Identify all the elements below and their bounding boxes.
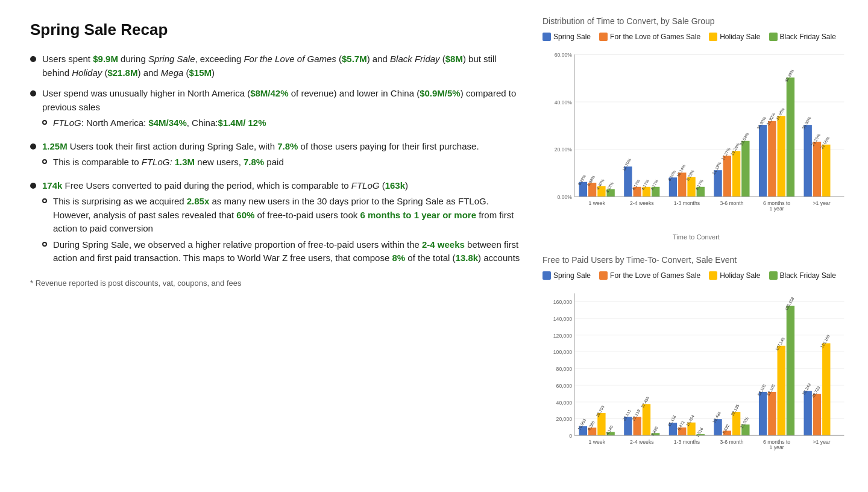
svg-rect-30 [813,142,821,197]
chart2-legend: Spring SaleFor the Love of Games SaleHol… [542,270,850,281]
sub-dot [42,120,47,125]
svg-text:6 months to: 6 months to [763,200,790,206]
svg-text:3-6 month: 3-6 month [720,439,743,445]
sub-item: FTLoG: North America: $4M/34%, China:$1.… [42,116,524,130]
bullet-list: Users spent $9.9M during Spring Sale, ex… [30,52,524,268]
svg-text:6 months to: 6 months to [763,439,790,445]
svg-rect-38 [732,151,740,197]
svg-rect-102 [768,392,776,435]
sub-text: This is surprising as we acquired 2.85x … [53,195,524,236]
legend-item: Black Friday Sale [769,270,836,281]
legend-item: Spring Sale [542,270,591,281]
sub-dot [42,198,47,203]
sub-item: This is comparable to FTLoG: 1.3M new us… [42,156,479,169]
legend-label: For the Love of Games Sale [610,31,700,42]
bullet-content: User spend was unusually higher in North… [42,87,524,133]
chart2-title: Free to Paid Users by Time-To- Convert, … [542,254,850,266]
sub-text: FTLoG: North America: $4M/34%, China:$1.… [53,116,266,130]
svg-rect-126 [787,306,794,435]
svg-text:0: 0 [569,433,572,439]
svg-text:1,516: 1,516 [695,427,704,438]
sub-dot [42,159,47,164]
sub-item: During Spring Sale, we observed a higher… [42,238,524,265]
svg-text:60,000: 60,000 [556,383,573,389]
svg-text:40.00%: 40.00% [555,99,573,106]
svg-text:120,000: 120,000 [553,333,572,339]
svg-text:60.00%: 60.00% [555,52,573,58]
chart1-section: Distribution of Time to Convert, by Sale… [542,15,850,242]
bullet-dot [30,183,36,189]
svg-text:20.00%: 20.00% [555,147,573,153]
chart1-title: Distribution of Time to Convert, by Sale… [542,15,850,28]
sub-item: This is surprising as we acquired 2.85x … [42,195,524,236]
svg-rect-116 [822,344,830,436]
legend-item: Holiday Sale [709,31,760,42]
legend-color [709,33,717,41]
svg-text:2-4 weeks: 2-4 weeks [630,439,654,445]
legend-label: Spring Sale [553,270,591,281]
bullet-item-b1: Users spent $9.9M during Spring Sale, ex… [30,52,524,80]
svg-rect-52 [787,78,794,197]
svg-text:40,000: 40,000 [556,400,573,406]
legend-color [599,271,608,280]
legend-item: Holiday Sale [709,270,760,281]
svg-rect-42 [822,145,830,197]
chart1-legend: Spring SaleFor the Love of Games SaleHol… [542,31,850,42]
sub-list: FTLoG: North America: $4M/34%, China:$1.… [42,116,524,130]
legend-color [769,33,778,41]
footnote: * Revenue reported is post discounts, va… [30,277,524,289]
sub-list: This is comparable to FTLoG: 1.3M new us… [42,156,479,169]
chart1-axis-label: Time to Convert [542,232,850,242]
svg-text:160,000: 160,000 [553,299,572,305]
svg-rect-16 [759,125,767,197]
svg-text:1 week: 1 week [589,200,606,206]
chart1-container: 0.00%20.00%40.00%60.00%6.22%12.70%8.10%1… [542,46,850,230]
svg-text:3-6 month: 3-6 month [720,200,743,206]
bullet-content: Users spent $9.9M during Spring Sale, ex… [42,52,524,80]
svg-text:>1 year: >1 year [813,439,831,445]
svg-rect-114 [778,346,785,436]
svg-rect-50 [741,141,749,197]
sub-list: This is surprising as we acquired 2.85x … [42,195,524,265]
bullet-content: 174k Free Users converted to paid during… [42,179,524,268]
bullet-text: User spend was unusually higher in North… [42,88,516,112]
svg-text:80,000: 80,000 [556,366,573,372]
svg-text:20,000: 20,000 [556,417,573,423]
bullet-dot [30,56,36,62]
svg-text:140,000: 140,000 [553,316,572,322]
legend-label: Black Friday Sale [780,270,836,281]
svg-text:2-4 weeks: 2-4 weeks [630,200,654,206]
svg-rect-104 [813,394,821,435]
bullet-text: Users spent $9.9M during Spring Sale, ex… [42,54,497,78]
bullet-text: 1.25M Users took their first action duri… [42,141,479,151]
legend-label: Black Friday Sale [780,31,836,42]
bullet-item-b3: 1.25M Users took their first action duri… [30,140,524,172]
svg-rect-26 [723,156,731,197]
svg-text:1 year: 1 year [770,445,784,451]
chart2-container: 020,00040,00060,00080,000100,000120,0001… [542,285,850,468]
svg-text:100,000: 100,000 [553,350,572,356]
legend-label: Holiday Sale [720,31,760,42]
bullet-dot [30,90,36,96]
legend-item: Black Friday Sale [769,31,836,42]
svg-rect-40 [778,116,785,197]
legend-item: Spring Sale [542,31,591,42]
left-panel: Spring Sale Recap Users spent $9.9M duri… [30,12,524,480]
legend-color [769,271,778,280]
svg-text:0.00%: 0.00% [558,194,573,200]
chart2-section: Free to Paid Users by Time-To- Convert, … [542,254,850,468]
page: Spring Sale Recap Users spent $9.9M duri… [0,0,868,492]
sub-text: During Spring Sale, we observed a higher… [53,238,524,265]
svg-rect-90 [759,392,767,435]
svg-text:1 year: 1 year [770,206,784,212]
legend-color [542,271,551,280]
legend-label: Spring Sale [553,31,591,42]
svg-rect-28 [768,121,776,197]
bullet-item-b2: User spend was unusually higher in North… [30,87,524,133]
svg-text:1-3 months: 1-3 months [674,200,700,206]
right-panel: Distribution of Time to Convert, by Sale… [542,12,850,480]
svg-rect-18 [804,125,811,197]
svg-text:>1 year: >1 year [813,200,831,206]
legend-label: Holiday Sale [720,270,760,281]
legend-item: For the Love of Games Sale [599,270,700,281]
